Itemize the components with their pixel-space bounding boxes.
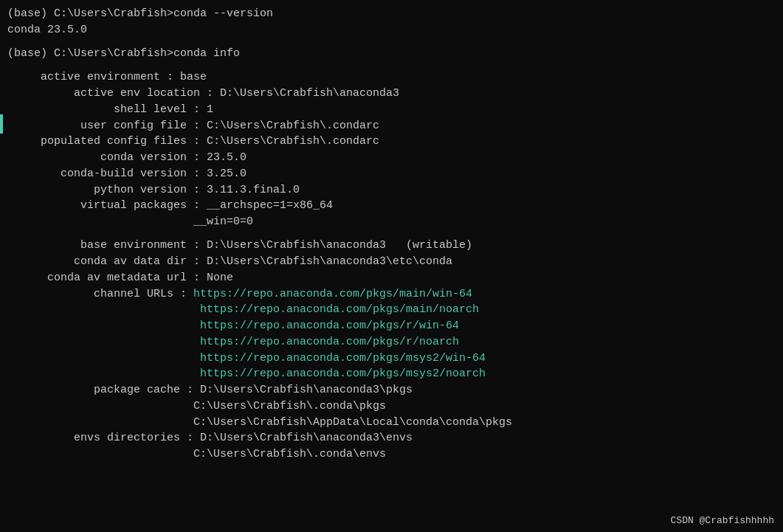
terminal-line: C:\Users\Crabfish\.conda\envs: [7, 446, 776, 463]
terminal-line: conda 23.5.0: [7, 22, 776, 38]
terminal-line: populated config files : C:\Users\Crabfi…: [7, 134, 776, 150]
terminal-line: shell level : 1: [7, 102, 776, 118]
terminal-content: (base) C:\Users\Crabfish>conda --version…: [7, 6, 776, 463]
watermark: CSDN @Crabfishhhhh: [671, 515, 774, 526]
terminal-line: conda version : 23.5.0: [7, 150, 776, 166]
terminal-line: virtual packages : __archspec=1=x86_64: [7, 198, 776, 214]
terminal-window: (base) C:\Users\Crabfish>conda --version…: [0, 0, 783, 532]
terminal-line: https://repo.anaconda.com/pkgs/msys2/win…: [7, 350, 776, 367]
terminal-line: python version : 3.11.3.final.0: [7, 182, 776, 198]
terminal-line: C:\Users\Crabfish\.conda\pkgs: [7, 398, 776, 415]
terminal-line: https://repo.anaconda.com/pkgs/r/win-64: [7, 318, 776, 334]
terminal-line: channel URLs : https://repo.anaconda.com…: [7, 286, 776, 303]
terminal-line: (base) C:\Users\Crabfish>conda info: [7, 46, 776, 62]
terminal-line: __win=0=0: [7, 214, 776, 230]
terminal-line: conda av data dir : D:\Users\Crabfish\an…: [7, 254, 776, 270]
left-accent-bar: [0, 114, 3, 134]
terminal-line: [7, 38, 776, 46]
terminal-line: active environment : base: [7, 69, 776, 86]
terminal-line: (base) C:\Users\Crabfish>conda --version: [7, 6, 776, 22]
terminal-line: https://repo.anaconda.com/pkgs/main/noar…: [7, 302, 776, 318]
terminal-line: C:\Users\Crabfish\AppData\Local\conda\co…: [7, 415, 776, 431]
terminal-line: [7, 230, 776, 238]
terminal-line: https://repo.anaconda.com/pkgs/r/noarch: [7, 334, 776, 350]
terminal-line: conda av metadata url : None: [7, 270, 776, 286]
terminal-line: base environment : D:\Users\Crabfish\ana…: [7, 238, 776, 254]
terminal-line: [7, 62, 776, 70]
terminal-line: user config file : C:\Users\Crabfish\.co…: [7, 118, 776, 134]
terminal-line: package cache : D:\Users\Crabfish\anacon…: [7, 382, 776, 398]
terminal-line: envs directories : D:\Users\Crabfish\ana…: [7, 430, 776, 446]
terminal-line: conda-build version : 3.25.0: [7, 166, 776, 182]
terminal-line: active env location : D:\Users\Crabfish\…: [7, 86, 776, 102]
terminal-line: https://repo.anaconda.com/pkgs/msys2/noa…: [7, 366, 776, 382]
